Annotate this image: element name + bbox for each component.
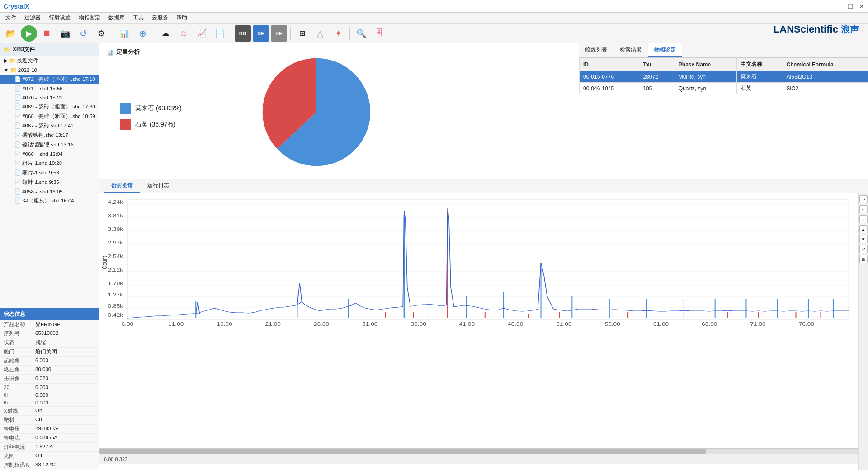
separator-5 xyxy=(349,27,350,40)
tree-item[interactable]: 📄 #070 - .shd 15:21 xyxy=(0,93,99,102)
maximize-button[interactable]: ❐ xyxy=(848,3,854,10)
tree-item[interactable]: ▼ 📁 2022-10 xyxy=(0,66,99,75)
tree-item[interactable]: 📄 镍钴锰酸锂.shd 13:16 xyxy=(0,140,99,150)
tree-item[interactable]: 📄 #066 - .shd 12:04 xyxy=(0,150,99,159)
status-value: 舱门关闭 xyxy=(35,348,57,355)
barchart-button[interactable]: 📊 xyxy=(116,25,132,42)
cell-id: 00-046-1045 xyxy=(580,83,639,94)
cell-chinese: 莫来石 xyxy=(737,71,783,83)
ctrl-expand-h[interactable]: ↔ xyxy=(859,205,868,213)
ctrl-down[interactable]: ▼ xyxy=(859,235,868,243)
camera-button[interactable]: 📷 xyxy=(57,25,73,42)
quant-body: 莫来石 (63.03%) 石英 (36.97%) xyxy=(106,61,572,172)
table-row[interactable]: 00-015-077628072Mullite, syn莫来石Al6Si2O13 xyxy=(580,71,868,83)
tab-phase-id[interactable]: 物相鉴定 xyxy=(648,43,682,57)
be-button[interactable]: BE xyxy=(253,25,269,42)
tree-item[interactable]: ▶ 📁 最近文件 xyxy=(0,56,99,66)
chinese-text: 浪声 xyxy=(841,24,859,34)
tree-item[interactable]: 📄 #071 - .shd 15:56 xyxy=(0,84,99,93)
y-label-10: 0.42k xyxy=(108,313,124,318)
status-row: 终止角80.000 xyxy=(0,366,99,375)
grid-button[interactable]: ⊞ xyxy=(294,25,310,42)
status-label: 2θ xyxy=(4,385,35,390)
tree-item[interactable]: 📄 #068 - 瓷砖（粗面）.shd 10:59 xyxy=(0,112,99,121)
status-value: 80.000 xyxy=(35,367,51,373)
tree-item[interactable]: 📄 粗片-1.shd 10:28 xyxy=(0,159,99,168)
ctrl-fullscreen[interactable]: ⤢ xyxy=(859,245,868,253)
legend-item-mullite: 莫来石 (63.03%) xyxy=(120,103,219,114)
cursor-position: 6.00 0 323 xyxy=(104,456,127,462)
settings-button[interactable]: ⚙ xyxy=(93,25,109,42)
x-label-3: 16.00 xyxy=(217,322,232,327)
status-value: 33.12 °C xyxy=(35,462,56,469)
cell-id: 00-015-0776 xyxy=(580,71,639,83)
tab-diffractogram[interactable]: 衍射图谱 xyxy=(104,179,140,193)
scatter-button[interactable]: ✦ xyxy=(330,25,346,42)
stop-button[interactable]: ⏹ xyxy=(39,25,55,42)
status-rows: 产品名称界FRINGE序列号65310002状态就绪舱门舱门关闭起始角6.000… xyxy=(0,320,99,470)
menu-item-工具[interactable]: 工具 xyxy=(129,13,147,23)
col-txr: Txr xyxy=(639,58,675,71)
xrd-header-label: XRD文件 xyxy=(13,46,35,53)
de-button[interactable]: DE xyxy=(271,25,287,42)
separator-2 xyxy=(154,27,154,40)
tree-item[interactable]: 📄 #058 - .shd 16:05 xyxy=(0,187,99,196)
table-row[interactable]: 00-046-1045105Quartz, syn石英SiO2 xyxy=(580,83,868,94)
tab-run-log[interactable]: 运行日志 xyxy=(140,179,176,193)
menu-item-过滤器[interactable]: 过滤器 xyxy=(21,13,44,23)
menu-item-文件[interactable]: 文件 xyxy=(2,13,20,23)
menu-item-云服务[interactable]: 云服务 xyxy=(148,13,172,23)
legend-item-quartz: 石英 (36.97%) xyxy=(120,119,219,130)
target-button[interactable]: ⊕ xyxy=(134,25,151,42)
x-label-1: 6.00 xyxy=(122,322,134,327)
ctrl-dots[interactable]: ··· xyxy=(859,195,868,203)
tree-item[interactable]: 📄 短针-1.shd 9:35 xyxy=(0,178,99,187)
scale-button[interactable]: ⚖ xyxy=(175,25,192,42)
status-row: θr0.000 xyxy=(0,399,99,407)
database-button[interactable]: 🗄 xyxy=(371,25,387,42)
top-section: 📊 定量分析 莫来石 (63.03%) 石英 (36.97%) xyxy=(99,43,868,179)
tree-item[interactable]: 📄 #072 - 瓷砖（坯体）.shd 17:10 xyxy=(0,75,99,84)
mountain-button[interactable]: △ xyxy=(312,25,328,42)
menu-item-帮助[interactable]: 帮助 xyxy=(173,13,191,23)
menu-item-行射设置[interactable]: 行射设置 xyxy=(45,13,74,23)
tree-item[interactable]: 📄 #067 - 瓷砖.shd 17:41 xyxy=(0,121,99,131)
tab-peak-list[interactable]: 峰线列表 xyxy=(579,43,613,57)
refresh-button[interactable]: ↺ xyxy=(75,25,91,42)
linechart-button[interactable]: 📈 xyxy=(193,25,210,42)
tree-item[interactable]: 📄 磷酸铁锂.shd 13:17 xyxy=(0,131,99,140)
scrollbar-thumb[interactable] xyxy=(99,449,706,454)
fingerprint-button[interactable]: ☁ xyxy=(157,25,174,42)
close-button[interactable]: ✕ xyxy=(859,3,864,10)
status-value: 6.000 xyxy=(35,357,48,364)
y-label-4: 2.97k xyxy=(108,240,124,246)
mullite-color xyxy=(120,103,131,114)
ctrl-grid[interactable]: ⊞ xyxy=(859,255,868,263)
status-row: 状态就绪 xyxy=(0,338,99,348)
tab-search-results[interactable]: 检索结果 xyxy=(613,43,648,57)
status-label: 步进角 xyxy=(4,376,35,382)
horizontal-scrollbar[interactable] xyxy=(99,448,858,454)
bg-button[interactable]: BG xyxy=(235,25,251,42)
status-label: 产品名称 xyxy=(4,321,35,328)
x-label-5: 26.00 xyxy=(314,322,330,327)
doc-button[interactable]: 📄 xyxy=(212,25,228,42)
ctrl-up[interactable]: ▲ xyxy=(859,225,868,233)
col-phase-name: Phase Name xyxy=(675,58,737,71)
x-label-10: 51.00 xyxy=(556,322,572,327)
folder-open-button[interactable]: 📂 xyxy=(3,25,19,42)
status-value: 0.020 xyxy=(35,376,48,382)
x-label-9: 46.00 xyxy=(508,322,524,327)
minimize-button[interactable]: — xyxy=(836,3,842,10)
status-value: 29.893 kV xyxy=(35,426,59,432)
menu-item-数据库[interactable]: 数据库 xyxy=(105,13,128,23)
play-button[interactable]: ▶ xyxy=(21,25,37,42)
ctrl-expand-v[interactable]: ↕ xyxy=(859,215,868,223)
tree-item[interactable]: 📄 细片-1.shd 9:53 xyxy=(0,168,99,178)
tree-item[interactable]: 📄 #069 - 瓷砖（粗面）.shd 17:30 xyxy=(0,102,99,112)
tree-item[interactable]: 📄 3#（粗灰）.shd 16:04 xyxy=(0,196,99,206)
status-label: 状态 xyxy=(4,339,35,346)
separator-3 xyxy=(231,27,231,40)
menu-item-物相鉴定[interactable]: 物相鉴定 xyxy=(75,13,104,23)
magnify-button[interactable]: 🔍 xyxy=(353,25,369,42)
